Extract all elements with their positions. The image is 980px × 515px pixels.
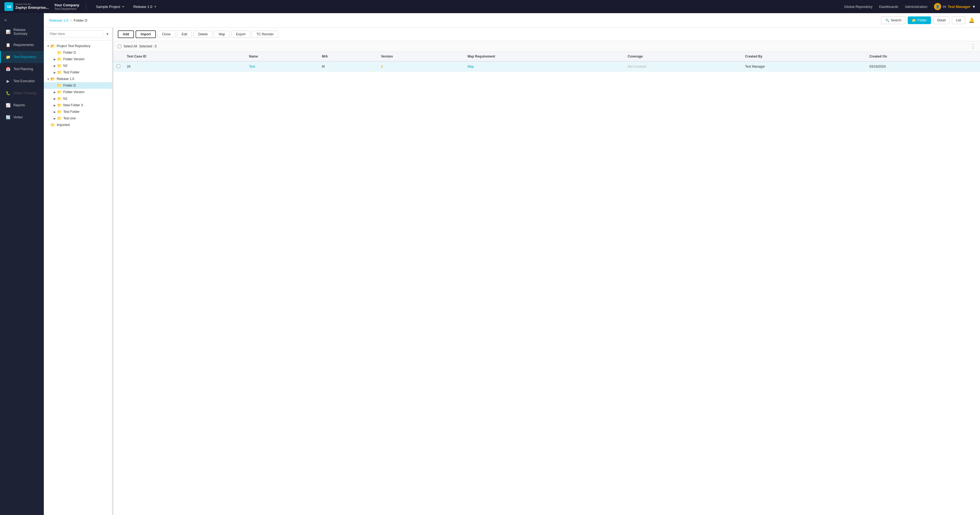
add-button[interactable]: Add xyxy=(118,30,134,38)
sidebar-item-label: Reports xyxy=(13,103,25,107)
sidebar-item-label: Test Planning xyxy=(13,67,33,71)
breadcrumb-parent[interactable]: Release 1.0 xyxy=(49,18,68,22)
tree-node-imported[interactable]: 📁 Imported xyxy=(44,122,112,128)
row-checkbox[interactable] xyxy=(117,64,120,68)
username: Test Manager xyxy=(948,5,970,9)
sidebar-item-test-planning[interactable]: 📅 Test Planning xyxy=(0,63,44,75)
row-map-requirement[interactable]: Map xyxy=(464,61,624,72)
reports-icon: 📈 xyxy=(5,102,11,108)
tree-node-folder-d-release[interactable]: 📁 Folder D xyxy=(44,82,112,89)
release-dropdown[interactable]: Release 1.0 ▼ xyxy=(130,3,160,10)
dashboards-link[interactable]: Dashboards xyxy=(879,5,898,9)
row-name[interactable]: Test xyxy=(246,61,318,72)
tree-label-new-folder-x: New Folder X xyxy=(63,103,83,107)
search-icon: 🔍 xyxy=(885,18,889,22)
tree-toggle-n2[interactable]: ▶ xyxy=(52,64,57,67)
row-test-case-id: 26 xyxy=(124,61,246,72)
sidebar-item-test-execution[interactable]: ▶ Test Execution xyxy=(0,75,44,87)
row-ma: M xyxy=(318,61,378,72)
import-button[interactable]: Import xyxy=(135,30,156,38)
brand-text: SMARTBEAR Zephyr Enterprise... xyxy=(15,3,49,10)
tree-label-n2: N2 xyxy=(63,64,67,68)
folder-button[interactable]: 📁 Folder xyxy=(908,16,931,24)
list-button[interactable]: List xyxy=(952,16,965,24)
breadcrumb-current: Folder D xyxy=(74,18,88,22)
col-checkbox xyxy=(113,52,124,61)
tree-node-n2[interactable]: ▶ 📁 N2 xyxy=(44,62,112,69)
tree-toggle-test-one[interactable]: ▶ xyxy=(52,117,57,120)
sidebar-item-reports[interactable]: 📈 Reports xyxy=(0,99,44,111)
tree-node-folder-version-release[interactable]: ▶ 📁 Folder Version xyxy=(44,89,112,95)
tree-toggle-release[interactable]: ▼ xyxy=(46,78,50,81)
tree-label-n1: N1 xyxy=(63,97,67,100)
brand-logo: SB xyxy=(5,2,13,11)
tree-label-folder-version-project: Folder Version xyxy=(63,57,84,61)
sidebar-item-label: Release Summary xyxy=(13,28,40,36)
sidebar-item-vortex[interactable]: 🔄 Vortex xyxy=(0,111,44,123)
sidebar: « 📊 Release Summary 📋 Requirements 📁 Tes… xyxy=(0,13,44,515)
tree-node-new-folder-x[interactable]: ▶ 📁 New Folder X xyxy=(44,102,112,108)
test-folder-release-icon: 📁 xyxy=(57,110,62,114)
file-tree-panel: ▼ ▼ 📂 Project Test Repository 📁 Folder D xyxy=(44,28,112,515)
select-all-checkbox[interactable] xyxy=(118,45,121,48)
data-table: Test Case ID Name M/A Version Map Requir… xyxy=(113,52,980,515)
tree-node-test-folder-release[interactable]: ▶ 📁 Test Folder xyxy=(44,108,112,115)
sidebar-item-release-summary[interactable]: 📊 Release Summary xyxy=(0,25,44,39)
brand[interactable]: SB SMARTBEAR Zephyr Enterprise... xyxy=(5,2,49,11)
table-row[interactable]: 26 Test M 1 Map Not Covered Test Manager… xyxy=(113,61,980,72)
sidebar-item-test-repository[interactable]: 📁 Test Repository xyxy=(0,51,44,63)
select-all-area: Select All Selected : 0 xyxy=(118,45,157,48)
user-badge[interactable]: 👤 Hi Test Manager ▼ xyxy=(934,3,975,10)
tree-toggle-n1[interactable]: ▶ xyxy=(52,97,57,100)
sidebar-toggle[interactable]: « xyxy=(0,15,44,25)
search-button[interactable]: 🔍 Search xyxy=(881,16,905,24)
tree-node-test-folder-project[interactable]: ▶ 📁 Test Folder xyxy=(44,69,112,76)
notification-bell-icon[interactable]: 🔔 xyxy=(969,17,975,23)
global-repo-link[interactable]: Global Repository xyxy=(844,5,872,9)
tree-node-test-one[interactable]: ▶ 📁 Test one xyxy=(44,115,112,122)
tree-toggle-project[interactable]: ▼ xyxy=(46,45,50,48)
tree-node-folder-version-project[interactable]: ▶ 📁 Folder Version xyxy=(44,56,112,62)
administration-link[interactable]: Administration xyxy=(905,5,928,9)
filter-input[interactable] xyxy=(46,30,103,38)
more-options-icon[interactable]: ⋮ xyxy=(971,43,975,49)
tree-toggle-folder-version-release[interactable]: ▶ xyxy=(52,91,57,94)
tc-reorder-button[interactable]: TC Reorder xyxy=(252,31,278,38)
sidebar-item-requirements[interactable]: 📋 Requirements xyxy=(0,39,44,51)
test-folder-project-icon: 📁 xyxy=(57,70,62,75)
department-name: Test Department xyxy=(54,7,80,10)
col-ma: M/A xyxy=(318,52,378,61)
tree-toggle-folder-version[interactable]: ▶ xyxy=(52,58,57,61)
row-created-by: Test Manager xyxy=(742,61,866,72)
company-name: Your Company xyxy=(54,3,80,7)
filter-bar: ▼ xyxy=(44,28,112,41)
project-dropdown[interactable]: Sample Project ▼ xyxy=(93,3,128,10)
col-created-on: Created On xyxy=(866,52,980,61)
table-header-row: Test Case ID Name M/A Version Map Requir… xyxy=(113,52,980,61)
col-created-by: Created By xyxy=(742,52,866,61)
breadcrumb-bar: Release 1.0 > Folder D 🔍 Search 📁 Folder… xyxy=(44,13,980,28)
map-button[interactable]: Map xyxy=(214,31,229,38)
test-planning-icon: 📅 xyxy=(5,66,11,72)
tree-node-project-repo[interactable]: ▼ 📂 Project Test Repository xyxy=(44,43,112,49)
tree-toggle-new-folder-x[interactable]: ▶ xyxy=(52,104,57,107)
edit-button[interactable]: Edit xyxy=(177,31,192,38)
tree-toggle-test-folder-project[interactable]: ▶ xyxy=(52,71,57,74)
n2-icon: 📁 xyxy=(57,64,62,68)
col-test-case-id: Test Case ID xyxy=(124,52,246,61)
select-all-label[interactable]: Select All xyxy=(124,45,137,48)
export-button[interactable]: Export xyxy=(231,31,250,38)
tree-node-folder-d-project[interactable]: 📁 Folder D xyxy=(44,49,112,56)
tree-node-release[interactable]: ▼ 📂 Release 1.0 xyxy=(44,76,112,82)
filter-icon[interactable]: ▼ xyxy=(105,32,109,36)
sidebar-item-defect-tracking: 🐛 Defect Tracking xyxy=(0,87,44,99)
row-version: 1 xyxy=(378,61,464,72)
tree-toggle-test-folder-release[interactable]: ▶ xyxy=(52,110,57,113)
delete-button[interactable]: Delete xyxy=(194,31,213,38)
row-checkbox-cell[interactable] xyxy=(113,61,124,72)
detail-button[interactable]: Detail xyxy=(933,16,950,24)
tree-node-n1[interactable]: ▶ 📁 N1 xyxy=(44,95,112,102)
table: Test Case ID Name M/A Version Map Requir… xyxy=(113,52,980,72)
tree-container: ▼ 📂 Project Test Repository 📁 Folder D ▶… xyxy=(44,41,112,515)
clone-button[interactable]: Clone xyxy=(158,31,175,38)
